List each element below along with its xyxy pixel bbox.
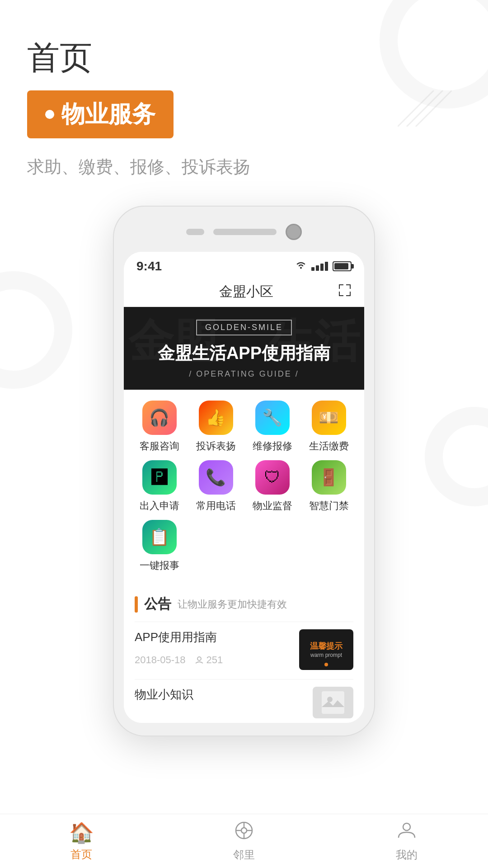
repair-label: 维修报修 — [253, 439, 292, 453]
phone-camera — [286, 224, 302, 240]
nav-neighbor[interactable]: 邻里 — [199, 821, 289, 862]
thumb-image-icon — [322, 691, 344, 714]
phone-screen: 9:41 — [124, 252, 364, 723]
page-title: 首页 — [27, 36, 461, 80]
home-icon: 🏠 — [69, 821, 94, 844]
phone-container: 9:41 — [113, 206, 375, 736]
svg-rect-7 — [350, 284, 351, 289]
app-banner: 金盟 生活 GOLDEN-SMILE 金盟生活APP使用指南 / OPERATI… — [124, 307, 364, 390]
icon-door[interactable]: 🚪 智慧门禁 — [300, 460, 357, 513]
announcement-bar — [135, 596, 138, 613]
complaint-icon: 👍 — [199, 401, 233, 435]
icon-phone[interactable]: 📞 常用电话 — [188, 460, 244, 513]
neighbor-icon — [234, 821, 254, 845]
icon-customer-service[interactable]: 🎧 客服咨询 — [131, 401, 188, 453]
announcement-section: 公告 让物业服务更加快捷有效 APP使用用指南 2018-05-18 — [124, 584, 364, 723]
phone-icon: 📞 — [199, 460, 233, 495]
svg-point-16 — [241, 828, 247, 833]
page-header: 首页 物业服务 求助、缴费、报修、投诉表扬 — [0, 0, 488, 188]
access-label: 出入申请 — [140, 499, 179, 513]
announcement-header: 公告 让物业服务更加快捷有效 — [135, 595, 353, 613]
phone-mockup: 9:41 — [113, 206, 375, 736]
announcement-meta-1: 2018-05-18 251 — [135, 654, 292, 666]
app-navbar-title: 金盟小区 — [219, 283, 273, 301]
thumb-title-1: 温馨提示 — [310, 641, 343, 651]
phone-speaker-main — [213, 229, 277, 235]
divider-2 — [135, 679, 353, 679]
announcement-date-1: 2018-05-18 — [135, 654, 186, 666]
icon-repair[interactable]: 🔧 维修报修 — [244, 401, 300, 453]
phone-top — [124, 219, 364, 245]
nav-home-label: 首页 — [70, 847, 92, 862]
supervision-icon: 🛡 — [255, 460, 290, 495]
icon-grid: 🎧 客服咨询 👍 投诉表扬 🔧 维修报修 💴 生活缴费 — [124, 390, 364, 577]
svg-rect-11 — [350, 292, 351, 296]
profile-icon — [397, 821, 417, 845]
svg-point-12 — [197, 657, 201, 660]
payment-icon: 💴 — [312, 401, 346, 435]
report-label: 一键报事 — [140, 559, 179, 572]
thumb-dot — [324, 663, 328, 666]
divider — [135, 622, 353, 622]
icon-access[interactable]: 🅿 出入申请 — [131, 460, 188, 513]
status-bar: 9:41 — [124, 252, 364, 277]
svg-rect-5 — [339, 284, 340, 289]
thumb-subtitle-1: warm prompt — [310, 652, 342, 658]
announcement-thumb-2 — [313, 687, 353, 718]
phone-speaker-left — [186, 229, 204, 235]
announcement-item-title-1: APP使用用指南 — [135, 629, 292, 645]
page-background: 首页 物业服务 求助、缴费、报修、投诉表扬 9:41 — [0, 0, 488, 868]
bottom-nav: 🏠 首页 邻里 我 — [0, 814, 488, 868]
repair-icon: 🔧 — [255, 401, 290, 435]
announcement-views-1: 251 — [195, 654, 223, 666]
nav-profile-label: 我的 — [396, 848, 418, 862]
service-badge-label: 物业服务 — [61, 99, 155, 130]
app-navbar: 金盟小区 — [124, 277, 364, 307]
svg-point-21 — [403, 823, 410, 830]
announcement-desc: 让物业服务更加快捷有效 — [178, 598, 287, 611]
icon-complaint[interactable]: 👍 投诉表扬 — [188, 401, 244, 453]
icon-report[interactable]: 📋 一键报事 — [131, 520, 188, 572]
svg-rect-13 — [322, 691, 344, 714]
icon-supervision[interactable]: 🛡 物业监督 — [244, 460, 300, 513]
wifi-icon — [295, 260, 307, 272]
views-count-1: 251 — [206, 654, 223, 666]
scan-icon[interactable] — [338, 283, 352, 300]
payment-label: 生活缴费 — [309, 439, 349, 453]
customer-service-icon: 🎧 — [142, 401, 177, 435]
deco-circle-left — [0, 271, 72, 389]
nav-home[interactable]: 🏠 首页 — [36, 821, 127, 862]
door-label: 智慧门禁 — [309, 499, 349, 513]
status-time: 9:41 — [136, 259, 162, 274]
supervision-label: 物业监督 — [253, 499, 292, 513]
phone-label: 常用电话 — [196, 499, 236, 513]
svg-point-3 — [300, 267, 302, 269]
announcement-title: 公告 — [144, 595, 171, 613]
signal-bars-icon — [311, 262, 328, 271]
announcement-item-1[interactable]: APP使用用指南 2018-05-18 251 — [135, 629, 353, 679]
announcement-item-title-2: 物业小知识 — [135, 687, 305, 703]
door-icon: 🚪 — [312, 460, 346, 495]
customer-service-label: 客服咨询 — [140, 439, 179, 453]
service-badge[interactable]: 物业服务 — [27, 90, 174, 138]
svg-rect-9 — [339, 292, 340, 296]
nav-profile[interactable]: 我的 — [361, 821, 452, 862]
icon-payment[interactable]: 💴 生活缴费 — [300, 401, 357, 453]
announcement-thumb-1: 温馨提示 warm prompt — [299, 629, 353, 670]
announcement-content-2: 物业小知识 — [135, 687, 305, 703]
report-icon: 📋 — [142, 520, 177, 554]
status-icons — [295, 260, 352, 272]
announcement-content-1: APP使用用指南 2018-05-18 251 — [135, 629, 292, 666]
battery-icon — [333, 261, 352, 271]
announcement-item-2[interactable]: 物业小知识 — [135, 687, 353, 723]
page-subtitle: 求助、缴费、报修、投诉表扬 — [27, 156, 461, 179]
badge-dot — [45, 110, 54, 119]
deco-circle-right — [425, 407, 488, 506]
access-icon: 🅿 — [142, 460, 177, 495]
nav-neighbor-label: 邻里 — [233, 848, 255, 862]
views-icon — [195, 656, 204, 665]
svg-point-14 — [327, 697, 333, 702]
complaint-label: 投诉表扬 — [196, 439, 236, 453]
